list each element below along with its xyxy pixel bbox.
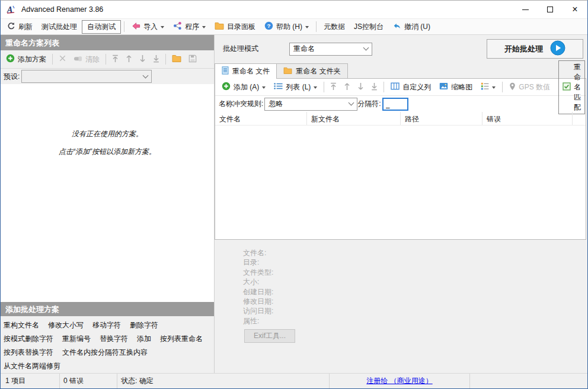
tab-rename-files[interactable]: 重命名 文件	[215, 63, 277, 79]
file-info-panel: 文件名: 目录: 文件类型: 大小: 创建日期: 修改日期: 访问日期: 属性:	[243, 248, 587, 326]
empty-state-line2: 点击“添加”按钮以添加新方案。	[1, 147, 214, 157]
folder-icon	[283, 67, 292, 76]
play-circle-icon	[550, 40, 565, 57]
close-button[interactable]: ×	[563, 1, 587, 18]
undo-button[interactable]: 撤消 (U)	[388, 20, 434, 34]
minimize-button[interactable]	[513, 1, 538, 18]
tabbar: 重命名 文件 重命名 文件夹	[215, 63, 587, 78]
method-link[interactable]: 重新编号	[62, 334, 91, 344]
delete-method-button[interactable]	[55, 53, 70, 66]
method-link[interactable]: 添加	[137, 334, 151, 344]
move-up-button[interactable]	[122, 53, 136, 66]
exif-tool-button[interactable]: Exif工具...	[244, 329, 295, 343]
toolbar-separator	[316, 21, 317, 32]
save-icon	[188, 54, 197, 65]
column-header-filler	[573, 112, 586, 125]
method-link[interactable]: 重构文件名	[4, 320, 39, 330]
add-files-button[interactable]: 添加 (A)	[218, 80, 270, 94]
file-table-body[interactable]	[215, 126, 586, 239]
clear-methods-button[interactable]: 清除	[70, 53, 103, 66]
info-accessed-label: 访问日期:	[243, 306, 587, 316]
method-link[interactable]: 文件名内按分隔符互换内容	[62, 348, 148, 358]
clear-icon	[74, 55, 82, 64]
add-method-button[interactable]: 添加方案	[2, 52, 50, 66]
move-down-icon	[139, 54, 146, 65]
columns-icon	[391, 82, 400, 92]
file-toolbar: 添加 (A) 列表 (L)	[215, 79, 586, 96]
method-link[interactable]: 从文件名两端修剪	[4, 361, 60, 371]
toolbar-separator	[384, 82, 384, 92]
list-button[interactable]: 列表 (L)	[270, 81, 321, 94]
table-header: 文件名 新文件名 路径 错误	[215, 112, 586, 126]
method-link[interactable]: 删除字符	[130, 320, 158, 330]
toolbar-separator	[106, 54, 106, 65]
status-items: 1 项目	[1, 374, 60, 388]
move-down-button[interactable]	[136, 53, 149, 66]
method-link[interactable]: 修改大小写	[48, 320, 84, 330]
help-icon: ?	[264, 21, 273, 32]
chevron-down-icon	[161, 26, 164, 30]
file-icon	[222, 66, 229, 76]
method-links-row: 重构文件名 修改大小写 移动字符 删除字符	[4, 319, 211, 332]
view-options-button[interactable]	[477, 81, 500, 94]
file-move-top-button[interactable]	[327, 81, 340, 94]
status-state: 状态: 确定	[117, 374, 330, 388]
column-header-path[interactable]: 路径	[401, 112, 482, 125]
tab-rename-folders[interactable]: 重命名 文件夹	[276, 63, 347, 78]
preset-label: 预设:	[4, 72, 20, 82]
file-move-down-button[interactable]	[354, 81, 368, 94]
chevron-down-icon	[349, 100, 354, 106]
method-links-row: 按列表替换字符 文件名内按分隔符互换内容	[4, 346, 211, 359]
start-batch-button[interactable]: 开始批处理	[487, 39, 583, 59]
move-bottom-icon	[153, 54, 159, 65]
maximize-button[interactable]	[538, 1, 563, 18]
file-move-up-button[interactable]	[340, 81, 354, 94]
column-header-new-filename[interactable]: 新文件名	[307, 112, 401, 125]
dir-panel-button[interactable]: 目录面板	[210, 20, 260, 34]
status-filler	[470, 374, 587, 388]
info-filetype-label: 文件类型:	[243, 268, 587, 277]
move-down-icon	[357, 82, 364, 92]
move-top-button[interactable]	[108, 53, 122, 66]
move-top-icon	[330, 82, 337, 92]
refresh-icon	[7, 22, 15, 32]
delete-x-icon	[59, 54, 66, 64]
program-button[interactable]: 程序	[169, 20, 210, 34]
method-link[interactable]: 按列表重命名	[160, 334, 203, 344]
import-button[interactable]: 导入	[127, 20, 168, 34]
toolbar-separator	[124, 21, 124, 32]
separator-input[interactable]	[382, 98, 408, 111]
collision-rule-combobox[interactable]: 忽略	[264, 98, 357, 111]
custom-columns-button[interactable]: 自定义列	[386, 81, 435, 94]
collision-rule-row: 名称冲突规则: 忽略 分隔符:	[215, 96, 586, 112]
app-logo-icon: A	[6, 5, 17, 14]
svg-text:?: ?	[267, 22, 270, 29]
info-created-label: 创建日期:	[243, 287, 587, 297]
open-methods-button[interactable]	[168, 53, 185, 66]
thumbnail-icon	[439, 82, 448, 92]
gps-values-button[interactable]: GPS 数值	[505, 81, 554, 94]
auto-test-toggle[interactable]: 自动测试	[82, 20, 121, 34]
registered-to-link[interactable]: 注册给 （商业用途）	[366, 376, 432, 386]
file-move-bottom-button[interactable]	[368, 81, 381, 94]
thumbnails-button[interactable]: 缩略图	[435, 81, 477, 94]
help-button[interactable]: ? 帮助 (H)	[260, 20, 313, 34]
move-bottom-icon	[371, 82, 378, 92]
method-link[interactable]: 移动字符	[92, 320, 121, 330]
status-registration: 注册给 （商业用途）	[330, 374, 470, 388]
method-link[interactable]: 替换字符	[100, 334, 128, 344]
method-link[interactable]: 按模式删除字符	[4, 334, 53, 344]
move-bottom-button[interactable]	[149, 53, 163, 66]
save-methods-button[interactable]	[185, 53, 200, 66]
js-console-button[interactable]: JS控制台	[350, 20, 388, 34]
preset-combobox[interactable]	[21, 70, 152, 83]
program-icon	[173, 21, 182, 32]
batch-mode-combobox[interactable]: 重命名	[289, 43, 372, 56]
column-header-error[interactable]: 错误	[482, 112, 573, 125]
refresh-button[interactable]: 刷新	[3, 20, 37, 34]
test-batch-button[interactable]: 测试批处理	[37, 20, 81, 34]
metadata-button[interactable]: 元数据	[319, 20, 349, 34]
column-header-filename[interactable]: 文件名	[215, 112, 307, 125]
method-link[interactable]: 按列表替换字符	[4, 348, 53, 358]
info-directory-label: 目录:	[243, 258, 587, 267]
